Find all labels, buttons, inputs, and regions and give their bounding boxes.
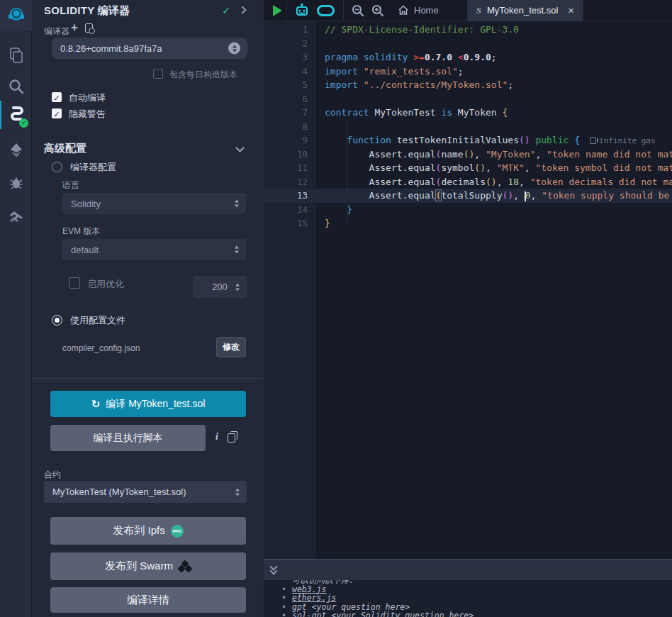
- code-line[interactable]: 4import "remix_tests.sol";: [264, 65, 672, 79]
- editor-tabbar: Home S MyToken_test.sol ×: [264, 0, 672, 21]
- hide-warnings-checkbox[interactable]: ✓: [52, 109, 62, 118]
- run-script-icon[interactable]: [273, 5, 282, 16]
- compilation-details-button[interactable]: 编译详情: [50, 587, 246, 613]
- home-icon: [398, 5, 409, 16]
- file-explorer-icon[interactable]: [0, 41, 32, 70]
- zoom-in-icon[interactable]: [371, 4, 385, 18]
- nightly-builds-label: 包含每日构造版本: [169, 69, 237, 81]
- remix-ide-window: ✓ SOLIDITY 编译器 ✓ 编译器 + 0.8.26+commit.8a9…: [0, 0, 672, 617]
- compilation-details-label: 编译详情: [127, 594, 169, 607]
- load-from-file-icon[interactable]: [85, 23, 93, 33]
- number-stepper-icon: [235, 282, 240, 292]
- code-line[interactable]: 13 Assert.equal(totalSupply(), 0, "token…: [264, 189, 672, 203]
- code-line[interactable]: 12 Assert.equal(decimals(), 18, "token d…: [264, 175, 672, 189]
- compile-status-check-icon: ✓: [222, 4, 231, 17]
- chevron-down-icon[interactable]: [235, 143, 245, 152]
- code-line[interactable]: 5import "../contracts/MyToken.sol";: [264, 78, 672, 92]
- terminal-header[interactable]: [264, 559, 672, 580]
- code-line[interactable]: 6: [264, 92, 672, 106]
- code-line[interactable]: 2: [264, 37, 672, 51]
- code-line[interactable]: 9 function testTokenInitialValues() publ…: [264, 133, 672, 148]
- ai-assistant-icon[interactable]: [293, 3, 310, 18]
- language-select[interactable]: Solidity: [62, 193, 246, 214]
- contract-value: MyTokenTest (MyToken_test.sol): [52, 487, 186, 497]
- optimization-runs-input[interactable]: 200: [193, 276, 247, 298]
- chevron-right-icon[interactable]: [238, 6, 246, 13]
- compiler-version-value: 0.8.26+commit.8a97fa7a: [60, 43, 162, 54]
- nightly-builds-checkbox[interactable]: [153, 69, 163, 79]
- code-line[interactable]: 1// SPDX-License-Identifier: GPL-3.0: [264, 23, 672, 37]
- ipfs-icon: IPFS: [171, 525, 184, 538]
- unit-testing-icon[interactable]: [0, 204, 32, 233]
- publish-swarm-button[interactable]: 发布到 Swarm: [50, 552, 246, 580]
- auto-compile-label: 自动编译: [69, 91, 106, 104]
- solidity-file-icon: S: [476, 5, 481, 16]
- divider: [286, 0, 287, 21]
- divider: [32, 378, 264, 379]
- terminal-output[interactable]: 可以访问以下库:•web3.js•ethers.js•gpt <your que…: [264, 580, 672, 617]
- language-label: 语言: [62, 179, 79, 191]
- compile-button-label: 编译 MyToken_test.sol: [106, 398, 205, 411]
- auto-compile-checkbox[interactable]: ✓: [52, 92, 62, 102]
- copy-icon[interactable]: [228, 433, 235, 443]
- remix-logo[interactable]: [0, 0, 32, 31]
- code-line[interactable]: 14 }: [264, 203, 672, 217]
- add-compiler-icon[interactable]: +: [71, 21, 78, 35]
- tab-mytoken-test[interactable]: S MyToken_test.sol ×: [467, 0, 583, 21]
- info-icon[interactable]: i: [215, 431, 218, 443]
- bullet-icon: •: [281, 594, 286, 603]
- select-stepper-icon: [228, 43, 240, 55]
- compile-and-run-button[interactable]: 编译且执行脚本: [50, 425, 206, 451]
- terminal-line: •sol-gpt <your Solidity question here>: [264, 611, 672, 617]
- solidity-compiler-icon[interactable]: ✓: [0, 101, 32, 129]
- evm-version-select[interactable]: default: [62, 239, 246, 260]
- optimization-runs-value: 200: [212, 282, 228, 292]
- publish-ipfs-button[interactable]: 发布到 Ipfs IPFS: [50, 517, 246, 545]
- compiler-config-radio[interactable]: [52, 162, 62, 172]
- code-line[interactable]: 3pragma solidity >=0.7.0 <0.9.0;: [264, 50, 672, 65]
- home-tab-label: Home: [414, 5, 439, 16]
- debugger-icon[interactable]: [0, 169, 32, 197]
- search-icon[interactable]: [0, 72, 32, 101]
- gas-pump-icon: [590, 137, 596, 144]
- enable-optimization-checkbox[interactable]: [69, 277, 80, 289]
- close-tab-icon[interactable]: ×: [568, 4, 574, 16]
- contract-select[interactable]: MyTokenTest (MyToken_test.sol): [44, 481, 247, 503]
- code-line[interactable]: 7contract MyTokenTest is MyToken {: [264, 106, 672, 120]
- active-tab-label: MyToken_test.sol: [487, 5, 558, 16]
- evm-version-label: EVM 版本: [62, 226, 100, 238]
- modify-config-button[interactable]: 修改: [216, 337, 246, 357]
- use-config-file-radio[interactable]: [52, 315, 62, 326]
- bullet-icon: •: [281, 611, 286, 617]
- panel-title: SOLIDITY 编译器: [44, 4, 130, 18]
- use-config-file-label: 使用配置文件: [70, 314, 125, 327]
- zoom-out-icon[interactable]: [351, 4, 365, 18]
- select-stepper-icon: [235, 245, 239, 255]
- select-stepper-icon: [235, 487, 240, 497]
- compile-and-run-label: 编译且执行脚本: [94, 432, 163, 445]
- code-line[interactable]: 8: [264, 120, 672, 134]
- publish-swarm-label: 发布到 Swarm: [105, 560, 173, 573]
- remix-logo-icon: [6, 6, 26, 26]
- code-line[interactable]: 11 Assert.equal(symbol(), "MTK", "token …: [264, 161, 672, 175]
- compile-button[interactable]: ↻ 编译 MyToken_test.sol: [50, 391, 246, 417]
- publish-ipfs-label: 发布到 Ipfs: [113, 524, 164, 538]
- enable-optimization-label: 启用优化: [87, 278, 124, 291]
- select-stepper-icon: [235, 199, 239, 209]
- activity-bar: ✓: [0, 0, 32, 617]
- contract-label: 合约: [44, 469, 61, 481]
- code-line[interactable]: 15}: [264, 216, 672, 230]
- copilot-toggle-icon[interactable]: [317, 5, 335, 16]
- deploy-run-icon[interactable]: [0, 136, 32, 165]
- evm-version-value: default: [71, 245, 99, 255]
- hide-warnings-label: 隐藏警告: [69, 108, 106, 121]
- compile-success-badge: ✓: [19, 118, 28, 128]
- divider: [343, 0, 344, 21]
- code-line[interactable]: 10 Assert.equal(name(), "MyToken", "toke…: [264, 148, 672, 162]
- tab-home[interactable]: Home: [388, 0, 449, 21]
- compiler-version-select[interactable]: 0.8.26+commit.8a97fa7a: [52, 38, 247, 59]
- collapse-terminal-icon[interactable]: [271, 564, 278, 571]
- language-value: Solidity: [71, 199, 101, 209]
- swarm-icon: [179, 561, 191, 572]
- code-editor[interactable]: 1// SPDX-License-Identifier: GPL-3.023pr…: [264, 21, 672, 559]
